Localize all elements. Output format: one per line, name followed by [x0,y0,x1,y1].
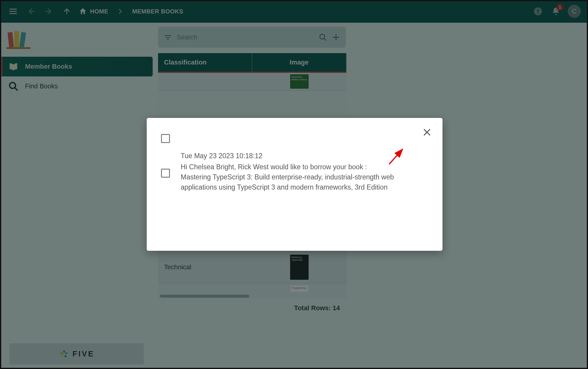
notification-item: Tue May 23 2023 10:18:12 Hi Chelsea Brig… [161,152,428,192]
close-icon[interactable] [422,127,433,138]
notification-message: Hi Chelsea Bright, Rick West would like … [181,162,395,192]
notification-item [161,133,428,143]
checkbox[interactable] [161,169,170,178]
notifications-dialog: Tue May 23 2023 10:18:12 Hi Chelsea Brig… [147,118,442,251]
notification-timestamp: Tue May 23 2023 10:18:12 [181,152,428,160]
checkbox[interactable] [161,134,170,143]
